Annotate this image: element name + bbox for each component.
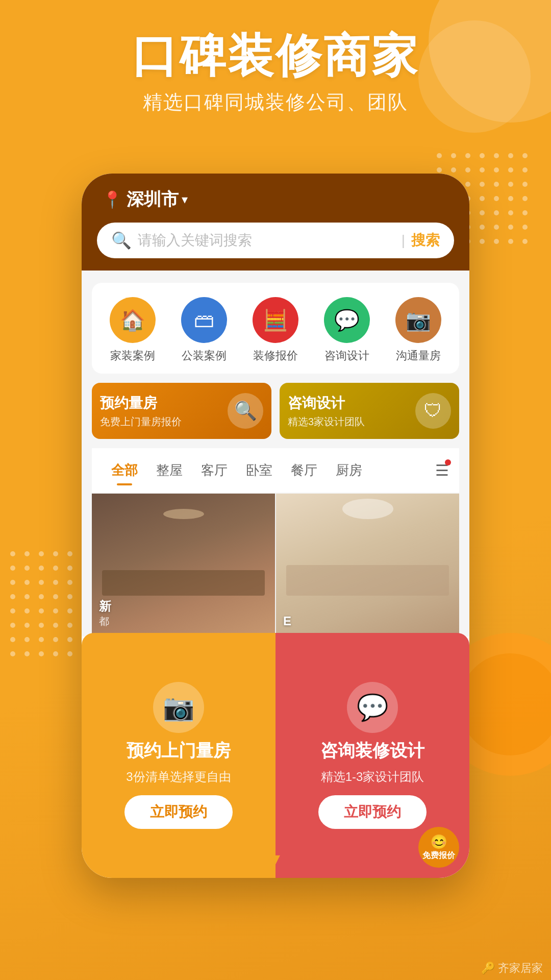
free-badge[interactable]: 😊 免费报价 xyxy=(418,827,459,868)
tab-whole[interactable]: 整屋 xyxy=(147,457,192,483)
banner-zixun-sub: 精选3家设计团队 xyxy=(288,415,409,429)
jiazhuang-icon: 🏠 xyxy=(110,297,156,343)
location-icon: 📍 xyxy=(102,190,122,209)
page-subtitle: 精选口碑同城装修公司、团队 xyxy=(0,89,551,115)
search-button[interactable]: 搜索 xyxy=(411,231,440,250)
popup-right-icon: 💬 xyxy=(347,682,398,733)
search-bar-container: 🔍 请输入关键词搜索 | 搜索 xyxy=(82,223,469,271)
gongzhuang-label: 公装案例 xyxy=(182,348,227,363)
zixun-icon: 💬 xyxy=(324,297,370,343)
soutong-icon: 📷 xyxy=(395,297,441,343)
icon-item-zixun[interactable]: 💬 咨询设计 xyxy=(324,297,370,363)
photo-left-overlay: 新 都 xyxy=(99,598,111,628)
photo-left-sub: 都 xyxy=(99,615,111,628)
icon-item-soutong[interactable]: 📷 沟通量房 xyxy=(395,297,441,363)
banner-row: 预约量房 免费上门量房报价 🔍 咨询设计 精选3家设计团队 🛡 xyxy=(92,383,459,439)
icon-item-gongzhuang[interactable]: 🗃 公装案例 xyxy=(181,297,227,363)
banner-yuyue-icon: 🔍 xyxy=(228,393,263,429)
soutong-label: 沟通量房 xyxy=(396,348,441,363)
search-divider: | xyxy=(402,232,405,249)
baojia-icon: 🧮 xyxy=(253,297,298,343)
photo-grid: 新 都 E xyxy=(92,494,459,636)
banner-yuyue-title: 预约量房 xyxy=(100,394,221,413)
popup-right-button[interactable]: 立即预约 xyxy=(318,795,427,829)
baojia-label: 装修报价 xyxy=(253,348,298,363)
popup-right-sub: 精选1-3家设计团队 xyxy=(321,769,424,785)
tab-bedroom[interactable]: 卧室 xyxy=(237,457,282,483)
location-text[interactable]: 深圳市 xyxy=(127,188,179,211)
popup-overlay: 📷 预约上门量房 3份清单选择更自由 立即预约 💬 咨询装修设计 精选1-3家设… xyxy=(82,633,469,878)
popup-right-title: 咨询装修设计 xyxy=(320,739,424,763)
free-badge-text: 免费报价 xyxy=(422,850,455,861)
popup-left-button[interactable]: 立即预约 xyxy=(124,795,233,829)
icons-row: 🏠 家装案例 🗃 公装案例 🧮 装修报价 💬 咨询设计 📷 沟通量房 xyxy=(92,283,459,374)
photo-card-right[interactable]: E xyxy=(276,494,459,636)
filter-dot xyxy=(445,459,451,465)
banner-zixun-icon: 🛡 xyxy=(415,393,451,429)
search-icon: 🔍 xyxy=(111,231,132,250)
popup-left-title: 预约上门量房 xyxy=(127,739,231,763)
popup-left-icon: 📷 xyxy=(153,682,204,733)
gongzhuang-icon: 🗃 xyxy=(181,297,227,343)
photo-right-overlay: E xyxy=(283,614,291,628)
page-title: 口碑装修商家 xyxy=(0,31,551,81)
dot-grid-bottom-left xyxy=(10,551,76,659)
icon-item-baojia[interactable]: 🧮 装修报价 xyxy=(253,297,298,363)
icon-item-jiazhuang[interactable]: 🏠 家装案例 xyxy=(110,297,156,363)
search-inner[interactable]: 🔍 请输入关键词搜索 | 搜索 xyxy=(97,223,454,258)
banner-zixun[interactable]: 咨询设计 精选3家设计团队 🛡 xyxy=(280,383,459,439)
zixun-label: 咨询设计 xyxy=(324,348,369,363)
photo-card-left[interactable]: 新 都 xyxy=(92,494,275,636)
down-arrow-icon: ▼ xyxy=(268,850,283,868)
banner-zixun-title: 咨询设计 xyxy=(288,394,409,413)
location-dropdown-icon[interactable]: ▾ xyxy=(182,192,188,207)
watermark: 🔑 齐家居家 xyxy=(473,957,551,980)
category-tabs: 全部 整屋 客厅 卧室 餐厅 厨房 ☰ xyxy=(92,448,459,493)
tab-kitchen[interactable]: 厨房 xyxy=(327,457,371,483)
jiazhuang-label: 家装案例 xyxy=(110,348,155,363)
popup-left-sub: 3份清单选择更自由 xyxy=(126,769,231,785)
phone-mockup: 📍 深圳市 ▾ 🔍 请输入关键词搜索 | 搜索 🏠 家装案例 🗃 公装案例 🧮 xyxy=(82,174,469,878)
phone-topbar: 📍 深圳市 ▾ xyxy=(82,174,469,223)
banner-yuyue-sub: 免费上门量房报价 xyxy=(100,415,221,429)
search-input[interactable]: 请输入关键词搜索 xyxy=(138,231,395,250)
photo-right-title: E xyxy=(283,614,291,628)
photo-left-title: 新 xyxy=(99,598,111,615)
banner-yuyue[interactable]: 预约量房 免费上门量房报价 🔍 xyxy=(92,383,271,439)
header-section: 口碑装修商家 精选口碑同城装修公司、团队 xyxy=(0,31,551,115)
popup-book-visit: 📷 预约上门量房 3份清单选择更自由 立即预约 xyxy=(82,633,276,878)
filter-icon[interactable]: ☰ xyxy=(435,461,449,479)
watermark-text: 🔑 齐家居家 xyxy=(481,962,543,974)
free-badge-icon: 😊 xyxy=(430,834,448,850)
tab-living[interactable]: 客厅 xyxy=(192,457,237,483)
content-area: 🏠 家装案例 🗃 公装案例 🧮 装修报价 💬 咨询设计 📷 沟通量房 xyxy=(82,271,469,636)
tab-all[interactable]: 全部 xyxy=(102,457,147,483)
tab-dining[interactable]: 餐厅 xyxy=(282,457,327,483)
